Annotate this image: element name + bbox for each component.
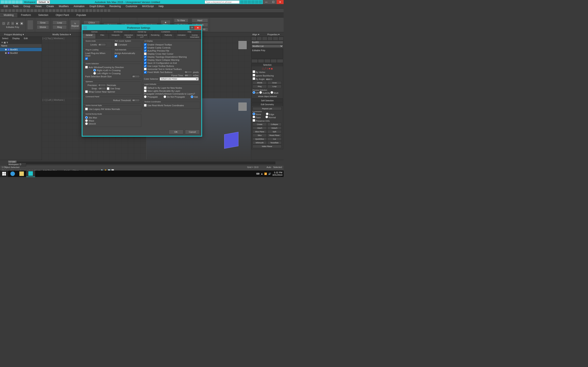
preview-subobj[interactable] <box>259 91 262 94</box>
topology-check[interactable] <box>144 55 147 58</box>
modifier-stack[interactable]: Editable Poly <box>251 49 283 59</box>
qat-open-icon[interactable] <box>8 0 11 4</box>
create-btn[interactable]: Create <box>252 123 267 126</box>
cp-display-icon[interactable] <box>273 37 278 40</box>
ask-radio[interactable] <box>191 95 193 98</box>
exchange-icon[interactable] <box>244 0 247 4</box>
toolbar-layers-icon[interactable] <box>85 9 89 12</box>
tab-files[interactable]: Files <box>96 33 109 39</box>
toolbar-renderprod-icon[interactable] <box>107 9 111 12</box>
horizontaltext-check[interactable] <box>144 68 147 70</box>
ok-button[interactable]: OK <box>169 130 183 134</box>
paintsel-input[interactable] <box>132 75 140 78</box>
stackcollapse-check[interactable] <box>144 58 147 61</box>
byangle-value[interactable] <box>266 78 273 81</box>
ring-button[interactable]: Ring <box>52 25 67 29</box>
directx-radio[interactable] <box>85 122 88 125</box>
subobj-poly-icon[interactable]: ■ <box>15 21 19 25</box>
grow-button[interactable]: Grow <box>37 21 49 25</box>
menu-grapheditors[interactable]: Graph Editors <box>87 4 107 8</box>
ring-btn[interactable]: Ring <box>252 85 267 88</box>
levels-input[interactable] <box>98 43 106 46</box>
bylayer-check[interactable] <box>144 86 147 89</box>
precision-input[interactable] <box>98 84 106 87</box>
pin-icon[interactable] <box>251 59 258 63</box>
toolbar-mirror-icon[interactable] <box>78 9 81 12</box>
toolbar-renderframe-icon[interactable] <box>104 9 107 12</box>
subobj-element-icon[interactable]: ▣ <box>20 21 24 25</box>
usesnap-check[interactable] <box>107 87 109 90</box>
tab-freeform[interactable]: Freeform <box>17 13 35 17</box>
menu-tools[interactable]: Tools <box>11 4 21 8</box>
toolbar-render-icon[interactable] <box>100 9 103 12</box>
signin-icon[interactable] <box>255 0 258 4</box>
tab-gizmos[interactable]: Gizmos <box>82 30 106 33</box>
unique-icon[interactable] <box>264 59 270 63</box>
snap-input[interactable] <box>98 87 106 90</box>
toolbar-named-icon[interactable] <box>74 9 78 12</box>
scene-name-header[interactable]: Name <box>0 44 42 48</box>
help-icon[interactable] <box>259 0 262 4</box>
qat-redo-icon[interactable] <box>19 0 22 4</box>
menu-maxscript[interactable]: MAXScript <box>140 4 156 8</box>
subobj-toggle-icon[interactable] <box>27 20 33 30</box>
ignorebackfacing-check[interactable] <box>252 74 255 76</box>
tab-help[interactable]: Help <box>178 30 201 33</box>
workspace-footer[interactable]: Workspace: D <box>8 163 26 166</box>
tab-maxscript[interactable]: MAXScript <box>106 30 130 33</box>
tray-network-icon[interactable]: 📶 <box>264 173 267 175</box>
cp-modify-icon[interactable] <box>257 37 262 40</box>
split-btn[interactable]: Split <box>267 130 282 133</box>
preview-off[interactable] <box>252 91 255 94</box>
close-button[interactable]: ✕ <box>277 0 284 4</box>
toolbar-refcoord-icon[interactable] <box>45 9 48 12</box>
dialog-close-button[interactable]: ✕ <box>194 26 201 30</box>
menu-rendering[interactable]: Rendering <box>107 4 123 8</box>
preserveuvs-check[interactable] <box>252 119 255 122</box>
scene-item-box002[interactable]: ◉Box002 <box>0 51 42 55</box>
viewcube-persp-icon[interactable] <box>238 103 247 111</box>
tessellate-btn[interactable]: Tessellate <box>267 141 282 144</box>
attach-btn[interactable]: Attach <box>252 126 267 130</box>
toolbar-window-icon[interactable] <box>30 9 34 12</box>
cp-motion-icon[interactable] <box>268 37 273 40</box>
3dsmax-radio[interactable] <box>85 116 88 119</box>
toolbar-manip-icon[interactable] <box>52 9 56 12</box>
dialog-help-button[interactable]: ? <box>190 26 194 30</box>
detach-btn[interactable]: Detach <box>267 126 282 130</box>
workspace-selector[interactable]: Default <box>37 0 50 4</box>
toview-button[interactable]: To View <box>174 18 188 22</box>
minimize-button[interactable]: — <box>263 0 270 4</box>
assignauto-check[interactable] <box>114 55 117 58</box>
repeatlast-btn[interactable]: Repeat Last <box>252 107 282 110</box>
collapse-btn[interactable]: Collapse <box>267 123 282 126</box>
shrink-btn[interactable]: Shrink <box>252 81 267 84</box>
largetoolbar-check[interactable] <box>144 65 147 67</box>
menu-help[interactable]: Help <box>156 4 166 8</box>
qat-save-icon[interactable] <box>12 0 15 4</box>
autoplay-check[interactable] <box>144 49 147 52</box>
subobj-border-icon[interactable]: ◇ <box>11 21 15 25</box>
tab-gamma[interactable]: Gamma and LUT <box>135 33 149 39</box>
fixedwidth-check[interactable] <box>144 71 147 74</box>
menu-modifiers[interactable]: Modifiers <box>57 4 71 8</box>
tab-rendering[interactable]: Rendering <box>148 33 162 39</box>
tab-containers[interactable]: Containers <box>154 30 177 33</box>
flyout-input[interactable] <box>184 74 192 77</box>
tooltips-check[interactable] <box>144 43 147 46</box>
tray-flag-icon[interactable]: ▲ <box>261 173 263 175</box>
sliceplane-btn[interactable]: Slice Plane <box>252 130 267 133</box>
scene-tab-edit[interactable]: Edit <box>22 37 30 41</box>
show-icon[interactable] <box>258 59 264 63</box>
autowindow-check[interactable] <box>85 66 88 68</box>
cancel-button[interactable]: Cancel <box>185 130 200 134</box>
remove-icon[interactable] <box>270 59 277 63</box>
menu-group[interactable]: Group <box>21 4 32 8</box>
qslice-button[interactable]: QSlice <box>84 21 100 25</box>
resetplane-btn[interactable]: Reset Plane <box>267 134 282 137</box>
menu-animation[interactable]: Animation <box>72 4 86 8</box>
cp-utilities-icon[interactable] <box>278 37 284 40</box>
rightleft-radio[interactable] <box>93 69 96 72</box>
toolbar-spinner-icon[interactable] <box>71 9 74 12</box>
loop-button[interactable]: Loop <box>52 21 67 25</box>
